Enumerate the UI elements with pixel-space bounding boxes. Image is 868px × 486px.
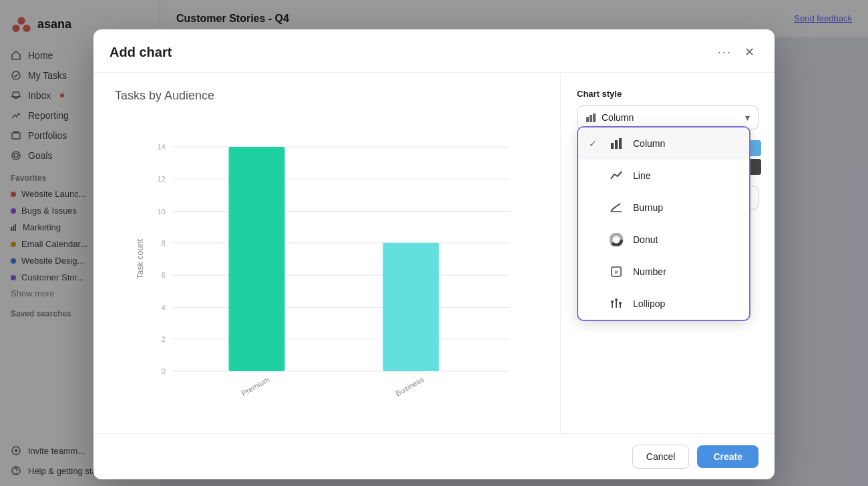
- chart-type-column[interactable]: ✓ Column: [578, 128, 749, 160]
- chart-type-donut[interactable]: ✓ Donut: [578, 224, 749, 256]
- svg-text:0: 0: [162, 367, 166, 375]
- svg-point-49: [619, 302, 622, 304]
- svg-point-41: [614, 237, 619, 242]
- chart-preview-area: Tasks by Audience Task count 0 2 4 6: [93, 73, 561, 433]
- close-button[interactable]: ✕: [740, 43, 758, 61]
- svg-text:Business: Business: [394, 375, 425, 398]
- chevron-down-icon: ▾: [745, 112, 750, 123]
- svg-rect-37: [619, 138, 622, 149]
- chart-type-lollipop[interactable]: ✓ Lollipop: [578, 288, 749, 320]
- bar-business: [383, 243, 439, 371]
- chart-type-label: Donut: [633, 234, 658, 245]
- chart-settings-panel: Chart style Column ▾: [561, 73, 775, 433]
- svg-text:8: 8: [162, 239, 166, 247]
- chart-type-label: Line: [633, 170, 650, 181]
- column-icon: [609, 136, 624, 151]
- modal-header-actions: ··· ✕: [718, 43, 758, 61]
- chart-type-line[interactable]: ✓ Line: [578, 160, 749, 192]
- svg-text:Task count: Task count: [136, 238, 145, 279]
- cancel-button[interactable]: Cancel: [632, 445, 690, 469]
- modal-title: Add chart: [110, 45, 172, 60]
- modal-header: Add chart ··· ✕: [93, 29, 775, 73]
- donut-icon: [609, 232, 624, 247]
- check-icon: ✓: [589, 138, 600, 149]
- svg-rect-33: [590, 115, 592, 122]
- chart-type-label: Burnup: [633, 202, 663, 213]
- burnup-icon: [609, 200, 624, 215]
- create-button[interactable]: Create: [697, 445, 758, 468]
- svg-point-47: [615, 298, 618, 301]
- column-chart-icon: [586, 112, 596, 123]
- chart-type-label: Lollipop: [633, 298, 665, 309]
- chart-type-label: Column: [633, 138, 665, 149]
- chart-style-value: Column: [602, 112, 634, 123]
- svg-text:12: 12: [157, 176, 166, 184]
- modal-body: Tasks by Audience Task count 0 2 4 6: [93, 73, 775, 433]
- add-chart-modal: Add chart ··· ✕ Tasks by Audience Task c…: [93, 29, 775, 479]
- svg-text:4: 4: [162, 304, 166, 312]
- chart-style-label: Chart style: [577, 89, 758, 99]
- chart-svg-container: Task count 0 2 4 6 8 10: [115, 119, 539, 399]
- bar-premium: [229, 147, 285, 371]
- chart-type-label: Number: [633, 266, 666, 277]
- svg-rect-36: [615, 140, 618, 149]
- chart-type-burnup[interactable]: ✓ Burnup: [578, 192, 749, 224]
- svg-text:Premium: Premium: [240, 375, 271, 397]
- line-icon: [609, 168, 624, 183]
- bar-chart-svg: Task count 0 2 4 6 8 10: [115, 119, 539, 399]
- svg-rect-34: [593, 113, 596, 122]
- svg-text:10: 10: [157, 208, 166, 216]
- svg-rect-35: [611, 143, 614, 149]
- more-options-button[interactable]: ···: [718, 45, 732, 59]
- chart-preview-title: Tasks by Audience: [115, 89, 539, 103]
- svg-text:6: 6: [162, 271, 166, 279]
- lollipop-icon: [609, 296, 624, 311]
- svg-point-45: [611, 300, 614, 303]
- number-icon: #: [609, 264, 624, 279]
- chart-type-dropdown-menu: ✓ Column ✓ Line ✓: [577, 126, 750, 321]
- svg-rect-32: [586, 117, 589, 122]
- svg-text:#: #: [614, 269, 618, 276]
- svg-text:14: 14: [157, 143, 166, 151]
- modal-footer: Cancel Create: [93, 433, 775, 479]
- chart-type-number[interactable]: ✓ # Number: [578, 256, 749, 288]
- svg-text:2: 2: [162, 335, 166, 343]
